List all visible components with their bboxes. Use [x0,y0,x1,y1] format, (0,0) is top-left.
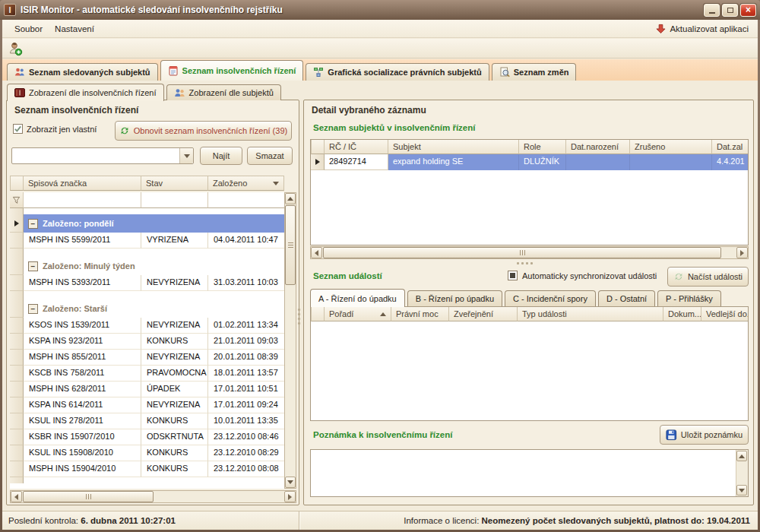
note-scrollbar[interactable] [736,450,748,496]
column-header-pravni-moc[interactable]: Právní moc [391,307,449,321]
menu-item-nastaveni[interactable]: Nastavení [49,22,100,36]
window-titlebar[interactable]: I ISIR Monitor - automatické sledování i… [0,0,760,20]
scroll-thumb[interactable] [23,491,154,502]
tab-changes-list[interactable]: Seznam změn [492,63,577,81]
column-header-vedlejsi-dokument[interactable]: Vedlejší do... [701,307,748,321]
save-note-button[interactable]: Uložit poznámku [660,425,749,445]
column-header-zverejneni[interactable]: Zveřejnění [449,307,518,321]
collapse-icon[interactable]: − [28,261,38,271]
events-tab-b[interactable]: B - Řízení po úpadku [407,290,502,306]
column-label: Založeno [213,179,247,188]
tab-insolvency-proceedings[interactable]: Seznam insolvenčních řízení [160,60,304,81]
collapse-icon[interactable]: − [28,304,38,314]
current-row-icon [315,159,320,165]
group-row-minuly-tyden[interactable]: − Založeno: Minulý týden [10,257,284,275]
table-row[interactable]: MSPH INS 855/2011NEVYRIZENA20.01.2011 08… [10,350,284,366]
menu-item-soubor[interactable]: Soubor [8,22,49,36]
column-label: Dokum... [668,309,701,318]
column-header-dat-zalozeni[interactable]: Dat.zal [712,140,748,154]
table-row[interactable]: KSPA INS 614/2011NEVYRIZENA17.01.2011 09… [10,397,284,413]
sub-tabs: Zobrazení dle insolvenčních řízení Zobra… [7,83,283,100]
thumb-grip [86,494,91,499]
filter-input-stav[interactable] [141,192,208,208]
license-value: Neomezený počet sledovaných subjektů, pl… [482,516,750,525]
filter-input-zalozeno[interactable] [208,192,284,208]
sync-events-checkbox[interactable]: Automaticky synchronizovat události [508,271,657,280]
cell-created: 23.12.2010 08:08 [208,461,284,477]
column-header-role[interactable]: Role [519,140,566,154]
scroll-thumb[interactable] [323,247,721,258]
events-tab-a[interactable]: A - Řízení do úpadku [310,289,405,307]
column-header-dokument[interactable]: Dokum... [663,307,701,321]
subtab-by-subjects[interactable]: Zobrazení dle subjektů [166,84,281,100]
column-header-zruseno[interactable]: Zrušeno [630,140,712,154]
scroll-right-button[interactable] [736,247,748,258]
events-splitter[interactable] [517,262,533,264]
column-header-subjekt[interactable]: Subjekt [388,140,519,154]
events-tab-p[interactable]: P - Přihlášky [657,290,721,306]
search-combobox[interactable] [11,147,194,164]
table-row[interactable]: KSPA INS 923/2011KONKURS21.01.2011 09:03 [10,334,284,350]
scroll-right-icon [740,250,744,256]
cell-created: 17.01.2011 09:24 [208,397,284,413]
left-vertical-scrollbar[interactable] [284,192,296,489]
scroll-left-button[interactable] [311,247,322,258]
left-horizontal-scrollbar[interactable] [10,490,296,503]
chevron-down-icon [184,154,190,158]
panel-splitter[interactable] [298,309,300,325]
table-row[interactable]: KSOS INS 1539/2011NEVYRIZENA01.02.2011 1… [10,318,284,334]
combo-dropdown-button[interactable] [179,148,193,163]
table-row[interactable]: KSBR INS 15907/2010ODSKRTNUTA23.12.2010 … [10,429,284,445]
events-tab-label: P - Přihlášky [666,294,713,303]
table-row[interactable]: KSUL INS 278/2011KONKURS10.01.2011 13:35 [10,413,284,429]
maximize-button[interactable] [722,4,738,17]
load-events-button[interactable]: Načíst události [667,267,749,287]
scroll-up-button[interactable] [285,193,296,204]
scroll-down-button[interactable] [736,485,747,496]
refresh-list-button[interactable]: Obnovit seznam insolvenčních řízení (39) [115,121,292,141]
subjects-horizontal-scrollbar[interactable] [310,246,749,259]
search-input[interactable] [12,148,179,163]
clear-button[interactable]: Smazat [247,147,293,165]
table-row[interactable]: MSPH INS 15904/2010KONKURS23.12.2010 08:… [10,461,284,477]
find-button[interactable]: Najít [200,147,242,165]
table-row[interactable]: KSUL INS 15908/2010KONKURS23.12.2010 08:… [10,445,284,461]
table-row[interactable]: MSPH INS 5599/2011 VYRIZENA 04.04.2011 1… [10,233,284,249]
scroll-left-button[interactable] [11,491,22,502]
group-row-pondeli[interactable]: − Založeno: pondělí [10,214,284,233]
main-tabs: Seznam sledovaných subjektů Seznam insol… [2,59,758,81]
update-app-button[interactable]: Aktualizovat aplikaci [653,22,752,36]
cell-case: KSPA INS 614/2011 [24,397,141,413]
column-header-poradi[interactable]: Pořadí [325,307,391,321]
window-title: ISIR Monitor - automatické sledování ins… [21,5,701,15]
minimize-button[interactable] [704,4,720,17]
scroll-right-button[interactable] [284,491,296,502]
table-row[interactable]: MSPH INS 5393/2011 NEVYRIZENA 31.03.2011… [10,275,284,291]
subtab-by-proceedings[interactable]: Zobrazení dle insolvenčních řízení [7,84,164,101]
tab-graphical-socialization[interactable]: Grafická socializace právních subjektů [306,63,489,81]
events-tab-d[interactable]: D - Ostatní [598,290,655,306]
own-only-checkbox[interactable]: Zobrazit jen vlastní [13,124,97,134]
column-label: Subjekt [393,142,421,151]
table-row[interactable]: MSPH INS 628/2011ÚPADEK17.01.2011 10:51 [10,382,284,397]
scroll-thumb[interactable] [285,205,296,285]
filter-input-spisova[interactable] [24,192,141,208]
close-button[interactable]: × [740,4,756,17]
scroll-down-button[interactable] [285,477,296,488]
subject-row[interactable]: 28492714 expand holding SE DLUŽNÍK 4.4.2… [311,154,748,170]
column-header-rc-ic[interactable]: RČ / IČ [325,140,388,154]
column-header-dat-narozeni[interactable]: Dat.narození [566,140,630,154]
column-header-stav[interactable]: Stav [141,176,208,191]
tab-watched-subjects[interactable]: Seznam sledovaných subjektů [7,63,158,81]
table-row[interactable]: KSCB INS 758/2011PRAVOMOCNA18.01.2011 13… [10,366,284,382]
scroll-up-button[interactable] [736,451,747,461]
column-header-spisova-znacka[interactable]: Spisová značka [24,176,141,191]
column-header-zalozeno[interactable]: Založeno [208,176,284,191]
events-tab-c[interactable]: C - Incidenční spory [505,290,596,306]
add-subject-button[interactable] [6,40,24,57]
collapse-icon[interactable]: − [28,219,38,229]
note-textarea[interactable] [311,450,735,496]
group-row-starsi[interactable]: − Založeno: Starší [10,299,284,318]
tab-label: Seznam sledovaných subjektů [29,68,150,77]
column-header-typ-udalosti[interactable]: Typ události [518,307,663,321]
